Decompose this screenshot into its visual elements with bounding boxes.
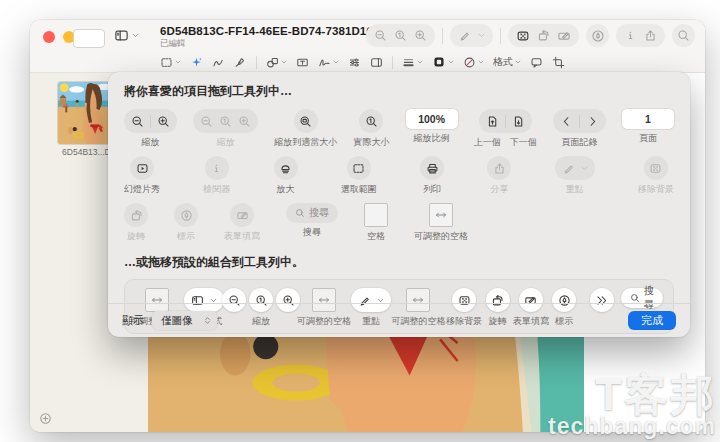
mag-plus-icon <box>157 115 170 128</box>
item-label: 縮放 <box>142 136 160 149</box>
item-label: 重點 <box>566 183 584 196</box>
info-share-group <box>616 24 665 47</box>
markup-button[interactable] <box>586 24 609 47</box>
zoom-to-fit-control[interactable] <box>294 109 318 133</box>
toolbar-item-selection: 選取範圍 <box>341 156 377 196</box>
mag-fit-icon <box>299 115 312 128</box>
item-label: 搜尋 <box>303 226 321 239</box>
space-control[interactable] <box>364 203 388 227</box>
actual-size-control[interactable] <box>359 109 383 133</box>
border-color-icon <box>432 55 446 69</box>
toolbar-item-page-history: 頁面記錄 <box>553 109 606 149</box>
rotate-control[interactable] <box>124 203 148 227</box>
empty-toolbar-slot[interactable] <box>73 29 105 48</box>
print-control[interactable] <box>420 156 444 180</box>
zoom-scale-value[interactable]: 100% <box>406 109 458 129</box>
format-menu[interactable]: 格式 <box>493 55 521 69</box>
close-button[interactable] <box>43 31 55 43</box>
inspector-control[interactable] <box>205 156 229 180</box>
title-bar: 6D54B813C-FF14-46EE-BD74-7381D1CDF18F...… <box>30 20 705 52</box>
chevron-down-icon <box>333 59 339 65</box>
toolbar-item-inspector: 檢閱器 <box>203 156 230 196</box>
selection-control[interactable] <box>347 156 371 180</box>
item-label: 空格 <box>367 230 385 243</box>
highlight-control[interactable] <box>555 156 595 180</box>
item-label: 旋轉 <box>127 230 145 243</box>
sheet-footer: 顯示 僅圖像 完成 <box>108 303 690 337</box>
page-history-control[interactable] <box>553 109 606 133</box>
line-weight-tool[interactable] <box>402 56 423 69</box>
format-label: 格式 <box>493 55 513 69</box>
image-tools-group <box>508 24 579 47</box>
markup-control[interactable] <box>174 203 198 227</box>
toolbar-item-zoom-scale: 100%縮放比例 <box>406 109 458 145</box>
mag-one-icon <box>219 115 232 128</box>
line-weight-icon <box>402 56 415 69</box>
sidebar-right-tool[interactable] <box>370 56 383 69</box>
magnify-control[interactable] <box>274 156 298 180</box>
item-label: 縮放比例 <box>414 132 450 145</box>
adjust-tool[interactable] <box>348 56 361 69</box>
zoom-trio-control[interactable] <box>193 109 258 133</box>
chevron-down-icon <box>478 32 485 39</box>
highlight-button[interactable] <box>450 24 493 47</box>
updown-icon <box>203 316 212 325</box>
page-down-icon <box>512 115 525 128</box>
signature-tool[interactable] <box>318 56 339 69</box>
zoom-control[interactable] <box>124 109 177 133</box>
text-tool[interactable] <box>296 56 309 69</box>
share-control[interactable] <box>487 156 511 180</box>
form-fill-icon[interactable] <box>557 29 571 43</box>
preview-window: 6D54B813C-FF14-46EE-BD74-7381D1CDF18F...… <box>30 20 705 432</box>
toolbar-item-share: 分享 <box>487 156 511 196</box>
share-icon[interactable] <box>644 29 657 42</box>
item-label: 上一個 下一個 <box>474 136 537 149</box>
border-color-tool[interactable] <box>432 55 454 69</box>
shapes-tool[interactable] <box>266 56 287 69</box>
rotate-icon[interactable] <box>537 29 550 42</box>
form-fill-control[interactable] <box>230 203 254 227</box>
crop-tool[interactable] <box>552 56 565 69</box>
page-value[interactable]: 1 <box>622 109 674 129</box>
callout-tool[interactable] <box>530 56 543 69</box>
items-row-1: 縮放縮放縮放到適當大小實際大小100%縮放比例上一個 下一個頁面記錄1頁面 <box>124 109 674 149</box>
info-icon[interactable] <box>624 29 637 42</box>
remove-background-control[interactable] <box>644 156 668 180</box>
ai-enhance-button[interactable] <box>190 56 203 69</box>
mag-one-icon <box>365 115 378 128</box>
sidebar-icon <box>114 28 129 43</box>
slideshow-control[interactable] <box>130 156 154 180</box>
flexible-space-control[interactable] <box>429 203 453 227</box>
fill-color-tool[interactable] <box>463 56 484 69</box>
search-control[interactable]: 搜尋 <box>286 203 338 223</box>
remove-background-icon[interactable] <box>516 29 530 43</box>
markup-toolbar: 格式 <box>30 52 705 73</box>
item-label: 幻燈片秀 <box>124 183 160 196</box>
selection-tool[interactable] <box>160 56 181 69</box>
zoom-controls[interactable] <box>366 24 435 47</box>
prev-next-control[interactable] <box>479 109 532 133</box>
chev-down-icon <box>581 165 588 172</box>
zoom-in-icon <box>414 29 427 42</box>
customize-toolbar-sheet: 將你喜愛的項目拖到工具列中… 縮放縮放縮放到適當大小實際大小100%縮放比例上一… <box>108 72 690 337</box>
rotate-icon <box>130 209 143 222</box>
item-label: 頁面記錄 <box>561 136 597 149</box>
show-mode-select[interactable]: 僅圖像 <box>152 311 217 330</box>
markup-icon <box>591 29 605 43</box>
sketch-tool[interactable] <box>212 56 225 69</box>
draw-tool[interactable] <box>234 56 247 69</box>
search-button[interactable] <box>672 24 695 47</box>
sidebar-toggle-button[interactable] <box>114 28 139 43</box>
page-up-icon <box>486 115 499 128</box>
item-label: 列印 <box>423 183 441 196</box>
add-page-button[interactable] <box>39 412 52 425</box>
items-row-2: 幻燈片秀檢閱器放大選取範圍列印分享重點移除背景 <box>124 156 674 196</box>
toolbar-right <box>366 24 695 47</box>
toolbar-item-slideshow: 幻燈片秀 <box>124 156 160 196</box>
item-label: 移除背景 <box>638 183 674 196</box>
search-icon <box>295 208 305 218</box>
done-button[interactable]: 完成 <box>628 311 676 330</box>
mag-minus-icon <box>200 115 213 128</box>
markup-a-icon <box>180 209 193 222</box>
chevron-down-icon <box>478 59 484 65</box>
